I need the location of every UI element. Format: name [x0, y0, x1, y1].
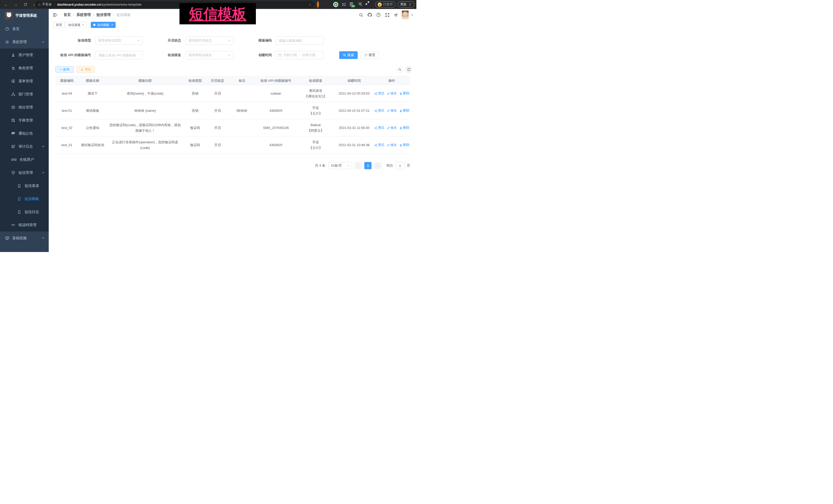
edit-link[interactable]: 修改: [387, 91, 397, 96]
sms-channel-select[interactable]: 请选择短信渠道: [186, 51, 234, 59]
app-title: 芋道管理系统: [16, 13, 37, 18]
sidebar-item-departments[interactable]: 部门管理: [0, 88, 49, 101]
sidebar-item-posts[interactable]: 岗位管理: [0, 101, 49, 114]
breadcrumb-sms[interactable]: 短信管理: [96, 13, 111, 17]
create-time-range-picker[interactable]: 开始日期 - 结束日期: [276, 51, 324, 59]
breadcrumb-system[interactable]: 系统管理: [76, 13, 91, 17]
sidebar-item-sms-channel[interactable]: 短信渠道: [0, 179, 49, 192]
extension-y-icon[interactable]: y: [334, 3, 338, 6]
sidebar-toggle-icon[interactable]: [52, 12, 58, 18]
browser-back-button[interactable]: ←: [4, 2, 8, 7]
profile-paused-chip[interactable]: 已暂停: [375, 1, 396, 8]
tag-tab-home[interactable]: 首页: [53, 22, 65, 28]
chevron-up-icon: [42, 172, 45, 173]
edit-link[interactable]: 修改: [387, 108, 397, 113]
delete-link[interactable]: 删除: [400, 125, 409, 130]
test-link[interactable]: 测试: [374, 142, 384, 148]
sidebar-item-audit-log[interactable]: 审计日志: [0, 140, 49, 153]
sidebar-item-home[interactable]: 首页: [0, 22, 49, 35]
extension-donut-icon[interactable]: [317, 2, 321, 7]
chevron-down-icon: [42, 237, 45, 239]
api-template-id-input[interactable]: [95, 51, 143, 59]
extension-grid-icon[interactable]: [342, 3, 346, 6]
close-icon[interactable]: ×: [82, 23, 84, 26]
browser-reload-button[interactable]: [23, 2, 28, 7]
extension-magnifier-icon[interactable]: [358, 2, 362, 7]
github-icon[interactable]: [365, 9, 374, 21]
create-time-label: 创建时间: [243, 51, 272, 59]
sidebar-item-menus[interactable]: 菜单管理: [0, 75, 49, 88]
open-status-label: 开启状态: [157, 37, 181, 45]
add-button[interactable]: + 新增: [55, 66, 74, 73]
gear-icon: [5, 40, 9, 44]
table-refresh-button[interactable]: [405, 66, 412, 73]
extension-gem-icon[interactable]: [325, 2, 330, 7]
sidebar-item-dictionary[interactable]: 字典管理: [0, 114, 49, 127]
phone-icon: [18, 210, 22, 214]
close-icon[interactable]: ×: [111, 23, 113, 26]
test-link[interactable]: 测试: [374, 125, 384, 130]
reset-button[interactable]: 重置: [360, 51, 379, 59]
sidebar-item-users[interactable]: 用户管理: [0, 48, 49, 62]
sidebar-item-sms-template[interactable]: 短信模板: [0, 192, 49, 205]
menu-tree-icon: [11, 79, 16, 83]
open-status-select[interactable]: 请选择开启状态: [186, 37, 234, 45]
table-header-row: 模板编码 模板名称 模板内容 短信类型 开启状态 备注 短信 API 的模板编号…: [55, 76, 410, 85]
pagination-total: 共 4 条: [315, 163, 325, 168]
browser-menu-icon[interactable]: ⋮: [408, 3, 412, 6]
bookmark-star-icon[interactable]: ☆: [308, 3, 311, 7]
sidebar-item-sms-management[interactable]: 短信管理: [0, 166, 49, 179]
sidebar-item-system[interactable]: 系统管理: [0, 35, 49, 48]
annotation-title: 短信模板: [189, 7, 246, 21]
sidebar-item-online-users[interactable]: ((A)) 在线用户: [0, 153, 49, 166]
address-bar[interactable]: ⚠不安全 dashboard.yudao.iocoder.cn/system/s…: [34, 1, 314, 8]
chevron-down-icon: [137, 40, 140, 42]
user-avatar[interactable]: [402, 10, 409, 19]
table-search-toggle-button[interactable]: [396, 66, 403, 73]
extension-list-icon[interactable]: on: [350, 2, 354, 7]
breadcrumb-home[interactable]: 首页: [64, 13, 71, 17]
header-search-icon[interactable]: [357, 9, 365, 21]
search-icon: [343, 54, 346, 57]
next-page-button[interactable]: ›: [374, 162, 381, 169]
emoji-avatar: [378, 3, 382, 7]
sms-type-select[interactable]: 请选择短信类型: [95, 37, 143, 45]
breadcrumb-current: 短信模板: [116, 13, 131, 17]
edit-link[interactable]: 修改: [387, 142, 397, 148]
tag-tab-sms-template[interactable]: 短信模板 ×: [91, 22, 116, 28]
delete-link[interactable]: 删除: [400, 91, 409, 96]
org-tree-icon: [11, 92, 16, 96]
page-number-1[interactable]: 1: [364, 162, 372, 169]
goto-page-input[interactable]: 1: [395, 162, 405, 169]
tag-tab-sms-channel[interactable]: 短信渠道 ×: [66, 22, 87, 28]
test-link[interactable]: 测试: [374, 91, 384, 96]
edit-link[interactable]: 修改: [387, 125, 397, 130]
browser-update-button[interactable]: 更新 ⋮: [398, 1, 414, 8]
sidebar-item-roles[interactable]: 角色管理: [0, 62, 49, 75]
chevron-down-icon: [228, 40, 231, 42]
template-code-label: 模板编码: [243, 37, 272, 45]
sidebar-item-sms-log[interactable]: 短信日志: [0, 205, 49, 218]
test-link[interactable]: 测试: [374, 108, 384, 113]
search-button[interactable]: 搜索: [339, 51, 358, 59]
calendar-icon: [278, 54, 282, 57]
delete-link[interactable]: 删除: [400, 108, 409, 113]
sidebar-item-infrastructure[interactable]: 基础设施: [0, 232, 49, 245]
dashboard-icon: [5, 27, 9, 31]
template-code-input[interactable]: [276, 37, 324, 45]
export-button[interactable]: 导出: [76, 66, 95, 73]
page-size-select[interactable]: 10条/页: [328, 162, 352, 169]
sidebar-item-announcements[interactable]: 通知公告: [0, 127, 49, 140]
prev-page-button[interactable]: ‹: [355, 162, 362, 169]
browser-forward-button[interactable]: →: [13, 2, 18, 7]
table-row: test_02 公告通知 您的验证码{code}，该验证码5分钟内有效，请勿泄漏…: [55, 119, 410, 137]
fullscreen-icon[interactable]: [383, 9, 391, 21]
help-icon[interactable]: [374, 9, 383, 21]
sidebar-item-error-codes[interactable]: </> 错误码管理: [0, 218, 49, 232]
extensions-puzzle-icon[interactable]: [366, 2, 371, 7]
goto-label: 前往: [386, 163, 393, 168]
avatar-caret-icon[interactable]: ▾: [411, 13, 413, 17]
delete-link[interactable]: 删除: [400, 142, 409, 148]
chevron-down-icon: [347, 165, 350, 166]
font-size-icon[interactable]: tT: [391, 9, 400, 21]
